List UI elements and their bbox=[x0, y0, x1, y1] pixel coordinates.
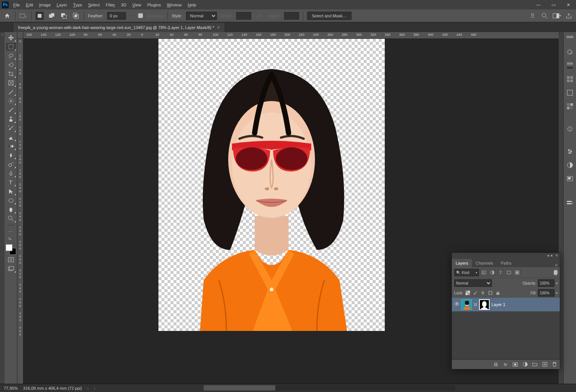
horizontal-scrollbar[interactable] bbox=[204, 385, 455, 390]
shape-tool[interactable] bbox=[6, 196, 16, 205]
artboard[interactable] bbox=[158, 39, 385, 331]
filter-type-icon[interactable]: T bbox=[497, 269, 504, 276]
layer-item[interactable]: ⛓ Layer 1 bbox=[452, 298, 560, 311]
zoom-level[interactable]: 77,95% bbox=[4, 386, 18, 390]
new-selection-icon[interactable] bbox=[35, 12, 44, 20]
close-panel-icon[interactable]: ✕ bbox=[555, 254, 558, 257]
marquee-tool[interactable] bbox=[6, 43, 16, 51]
style-select[interactable]: Normal bbox=[186, 12, 217, 20]
panel-properties-icon[interactable] bbox=[566, 125, 574, 133]
close-tab-icon[interactable]: × bbox=[217, 25, 220, 30]
panel-styles-icon[interactable] bbox=[566, 102, 574, 110]
menu-edit[interactable]: Edit bbox=[23, 1, 36, 9]
menu-window[interactable]: Window bbox=[164, 1, 184, 9]
menu-select[interactable]: Select bbox=[86, 1, 103, 9]
new-group-icon[interactable] bbox=[532, 361, 538, 368]
eyedropper-tool[interactable] bbox=[6, 88, 16, 96]
cloud-docs-icon[interactable] bbox=[528, 12, 537, 20]
filter-toggle[interactable] bbox=[554, 270, 558, 275]
delete-layer-icon[interactable] bbox=[551, 361, 558, 368]
color-swatches[interactable] bbox=[6, 244, 16, 255]
feather-input[interactable] bbox=[107, 12, 126, 20]
vertical-ruler[interactable]: 0204060801001201401601802002202402602803… bbox=[17, 39, 23, 384]
lock-pixels-icon[interactable] bbox=[472, 290, 478, 296]
collapse-panel-icon[interactable]: ◄◄ bbox=[546, 254, 553, 257]
menu-view[interactable]: View bbox=[130, 1, 144, 9]
lock-artboard-icon[interactable] bbox=[487, 290, 493, 296]
link-layers-icon[interactable]: ⛓ bbox=[493, 361, 499, 368]
visibility-toggle-icon[interactable] bbox=[454, 302, 459, 307]
pen-tool[interactable] bbox=[6, 169, 16, 178]
edit-toolbar-icon[interactable]: ⋯ bbox=[6, 228, 16, 236]
layers-panel[interactable]: ◄◄ ✕ Layers Channels Paths ≡ 🔍Kind▾ T No… bbox=[452, 253, 560, 369]
new-layer-icon[interactable] bbox=[542, 361, 548, 368]
panel-navigator-icon[interactable] bbox=[566, 175, 574, 183]
opacity-input[interactable] bbox=[538, 279, 554, 287]
menu-layer[interactable]: Layer bbox=[54, 1, 70, 9]
intersect-selection-icon[interactable] bbox=[72, 12, 80, 20]
menu-type[interactable]: Type bbox=[71, 1, 85, 9]
minimize-button[interactable]: ― bbox=[531, 0, 546, 9]
lasso-tool[interactable] bbox=[6, 52, 16, 60]
menu-help[interactable]: Help bbox=[185, 1, 199, 9]
screen-mode-icon[interactable] bbox=[6, 265, 16, 273]
menu-filter[interactable]: Filter bbox=[103, 1, 117, 9]
filter-shape-icon[interactable] bbox=[505, 269, 512, 276]
add-selection-icon[interactable] bbox=[48, 12, 56, 20]
swap-colors-icon[interactable] bbox=[6, 237, 16, 242]
spot-heal-tool[interactable] bbox=[6, 97, 16, 105]
document-tab[interactable]: freepik_a-young-woman-with-dark-hair-wea… bbox=[14, 23, 224, 32]
menu-file[interactable]: FFileile bbox=[11, 1, 23, 9]
panel-menu-icon[interactable]: ≡ bbox=[553, 263, 560, 267]
doc-info-more-icon[interactable]: › bbox=[87, 386, 89, 390]
select-and-mask-button[interactable]: Select and Mask… bbox=[307, 12, 352, 20]
blur-tool[interactable] bbox=[6, 151, 16, 159]
horizontal-ruler[interactable]: 1601401201008060402002040608010012014016… bbox=[23, 32, 559, 39]
path-selection-tool[interactable] bbox=[6, 187, 16, 196]
lock-all-icon[interactable] bbox=[495, 290, 501, 296]
tab-layers[interactable]: Layers bbox=[452, 259, 472, 267]
panel-actions-icon[interactable] bbox=[566, 199, 574, 207]
close-button[interactable]: ✕ bbox=[561, 0, 576, 9]
tool-preset-icon[interactable] bbox=[19, 12, 28, 20]
subtract-selection-icon[interactable] bbox=[60, 12, 68, 20]
opacity-dropdown-icon[interactable]: ▾ bbox=[556, 282, 558, 285]
fill-input[interactable] bbox=[538, 289, 554, 297]
panel-color-icon[interactable] bbox=[566, 34, 574, 43]
crop-tool[interactable] bbox=[6, 70, 16, 78]
layer-link-icon[interactable]: ⛓ bbox=[474, 303, 477, 306]
filter-pixel-icon[interactable] bbox=[481, 269, 487, 276]
menu-plugins[interactable]: Plugins bbox=[144, 1, 163, 9]
frame-tool[interactable] bbox=[6, 79, 16, 87]
panel-swatches-icon[interactable] bbox=[566, 48, 574, 56]
gradient-tool[interactable] bbox=[6, 142, 16, 150]
lock-position-icon[interactable] bbox=[480, 290, 486, 296]
panel-adjustments-icon[interactable] bbox=[566, 89, 574, 97]
new-adjustment-icon[interactable] bbox=[522, 361, 528, 368]
lock-transparency-icon[interactable] bbox=[465, 290, 471, 296]
quick-selection-tool[interactable] bbox=[6, 61, 16, 69]
clone-stamp-tool[interactable] bbox=[6, 115, 16, 123]
filter-kind-select[interactable]: 🔍Kind▾ bbox=[454, 269, 479, 276]
fill-dropdown-icon[interactable]: ▾ bbox=[556, 291, 558, 295]
tab-channels[interactable]: Channels bbox=[472, 259, 497, 267]
tab-paths[interactable]: Paths bbox=[497, 259, 515, 267]
type-tool[interactable]: T bbox=[6, 178, 16, 187]
maximize-button[interactable]: ▭ bbox=[546, 0, 561, 9]
layer-name[interactable]: Layer 1 bbox=[492, 302, 505, 307]
history-brush-tool[interactable] bbox=[6, 124, 16, 132]
layer-style-icon[interactable]: fx bbox=[502, 361, 508, 368]
filter-smart-icon[interactable] bbox=[514, 269, 521, 276]
left-gutter[interactable]: » bbox=[0, 32, 5, 384]
workspace-icon[interactable]: ▾ bbox=[553, 12, 561, 20]
brush-tool[interactable] bbox=[6, 106, 16, 114]
filter-adjust-icon[interactable] bbox=[489, 269, 496, 276]
home-button[interactable] bbox=[3, 12, 11, 20]
eraser-tool[interactable] bbox=[6, 133, 16, 141]
dodge-tool[interactable] bbox=[6, 160, 16, 168]
layer-thumbnail[interactable] bbox=[461, 299, 472, 310]
quick-mask-icon[interactable] bbox=[6, 256, 16, 264]
scroll-left-icon[interactable]: ‹ bbox=[94, 386, 95, 390]
scroll-thumb[interactable] bbox=[204, 385, 275, 390]
menu-image[interactable]: Image bbox=[37, 1, 54, 9]
